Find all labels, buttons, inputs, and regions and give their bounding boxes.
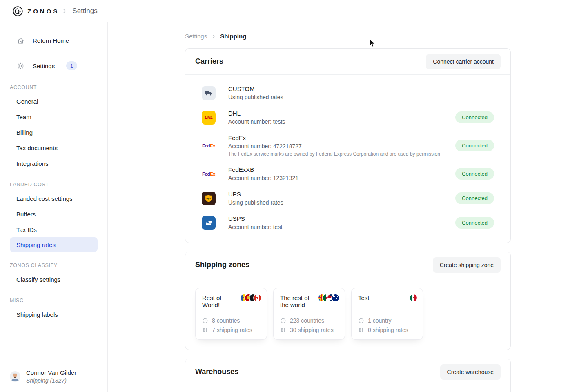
zonos-logo-icon: [12, 6, 23, 17]
sidebar-item-team[interactable]: Team: [0, 109, 107, 125]
zone-rates: 0 shipping rates: [368, 327, 408, 333]
zone-rates: 7 shipping rates: [212, 327, 252, 333]
carrier-row-usps[interactable]: USPS Account number: test Connected: [202, 215, 494, 230]
zone-title: Test: [358, 294, 390, 301]
user-role: Shipping (1327): [26, 377, 76, 384]
gear-icon: [16, 62, 24, 70]
sidebar: Return Home Settings 1 ACCOUNT General T…: [0, 22, 108, 392]
carrier-row-dhl[interactable]: DHL DHL Account number: tests Connected: [202, 110, 494, 125]
zone-rates: 30 shipping rates: [290, 327, 334, 333]
carrier-detail: Account number: 12321321: [228, 175, 455, 181]
status-badge: Connected: [455, 168, 494, 180]
ups-logo-icon: ups: [202, 192, 216, 205]
shipping-zones-card: Shipping zones Create shipping zone Rest…: [185, 252, 511, 350]
sidebar-item-shipping-labels[interactable]: Shipping labels: [0, 307, 107, 322]
zone-flags: [243, 294, 261, 301]
flag-icon: [410, 294, 417, 301]
chevron-right-icon: [211, 34, 216, 39]
flag-icon: [332, 294, 339, 301]
breadcrumb: Settings Shipping: [185, 33, 511, 40]
sidebar-item-label: Return Home: [33, 37, 69, 44]
carriers-card: Carriers Connect carrier account: [185, 48, 511, 243]
carrier-detail: Account number: test: [228, 224, 455, 230]
topbar-breadcrumb: Settings: [72, 7, 97, 15]
rates-grid-icon: [202, 328, 208, 332]
user-profile[interactable]: Connor Van Gilder Shipping (1327): [0, 361, 107, 392]
sidebar-section-zonos-classify: ZONOS CLASSIFY: [0, 263, 107, 268]
svg-text:ups: ups: [206, 197, 211, 200]
warehouses-title: Warehouses: [195, 368, 238, 376]
create-shipping-zone-button[interactable]: Create shipping zone: [433, 257, 501, 273]
status-badge: Connected: [455, 217, 494, 229]
sidebar-section-account: ACCOUNT: [0, 85, 107, 90]
dhl-logo-icon: DHL: [202, 111, 216, 125]
settings-count-badge: 1: [66, 61, 77, 70]
sidebar-item-classify-settings[interactable]: Classify settings: [0, 272, 107, 287]
zone-flags: [321, 294, 339, 301]
topbar: ZONOS Settings: [0, 0, 588, 22]
carrier-detail: Account number: tests: [228, 118, 455, 125]
zone-countries: 223 countries: [290, 317, 324, 324]
carrier-name: FedExXB: [228, 166, 455, 173]
sidebar-section-misc: MISC: [0, 298, 107, 303]
status-badge: Connected: [455, 192, 494, 204]
carrier-row-custom[interactable]: CUSTOM Using published rates: [202, 85, 494, 100]
sidebar-item-billing[interactable]: Billing: [0, 125, 107, 140]
zone-card-rest-of-world[interactable]: Rest of World! 8 countries 7 shipping ra…: [195, 288, 267, 340]
zonos-logo[interactable]: ZONOS: [12, 6, 59, 17]
flag-icon: [254, 294, 261, 301]
breadcrumb-settings[interactable]: Settings: [185, 33, 207, 40]
fedex-trademark-note: The FedEx service marks are owned by Fed…: [228, 151, 455, 157]
shipping-zones-title: Shipping zones: [195, 261, 249, 269]
sidebar-item-label: Settings: [33, 62, 55, 69]
usps-logo-icon: [202, 216, 216, 230]
status-badge: Connected: [455, 111, 494, 123]
sidebar-item-settings[interactable]: Settings 1: [0, 58, 107, 74]
sidebar-item-landed-cost-settings[interactable]: Landed cost settings: [0, 191, 107, 206]
carrier-name: CUSTOM: [228, 85, 494, 92]
user-name: Connor Van Gilder: [26, 369, 76, 376]
fedex-logo-icon: FedEx: [202, 167, 216, 181]
carrier-name: FedEx: [228, 134, 455, 141]
breadcrumb-shipping: Shipping: [220, 33, 246, 40]
zone-title: The rest of the world: [280, 294, 312, 309]
sidebar-item-return-home[interactable]: Return Home: [0, 32, 107, 49]
connect-carrier-account-button[interactable]: Connect carrier account: [426, 54, 501, 69]
sidebar-section-landed-cost: LANDED COST: [0, 182, 107, 187]
carrier-detail: Using published rates: [228, 199, 455, 206]
brand-name: ZONOS: [27, 8, 59, 15]
sidebar-item-shipping-rates[interactable]: Shipping rates: [10, 237, 98, 252]
countries-icon: [358, 318, 364, 324]
zone-card-the-rest-of-the-world[interactable]: The rest of the world 223 countries 30 s…: [273, 288, 345, 340]
fedex-logo-icon: FedEx: [202, 139, 216, 153]
carrier-detail: Using published rates: [228, 94, 494, 100]
carrier-name: USPS: [228, 215, 455, 222]
zone-countries: 8 countries: [212, 317, 240, 324]
carrier-row-fedexxb[interactable]: FedEx FedExXB Account number: 12321321 C…: [202, 166, 494, 181]
zone-flags: [412, 294, 417, 301]
carrier-row-ups[interactable]: ups UPS Using published rates Connected: [202, 191, 494, 206]
zone-countries: 1 country: [368, 317, 392, 324]
sidebar-item-tax-documents[interactable]: Tax documents: [0, 140, 107, 156]
create-warehouse-button[interactable]: Create warehouse: [440, 364, 501, 380]
countries-icon: [202, 318, 208, 324]
main-content: Settings Shipping Carriers Connect carri…: [108, 22, 588, 392]
carrier-detail: Account number: 472218727: [228, 143, 455, 149]
rates-grid-icon: [280, 328, 286, 332]
countries-icon: [280, 318, 286, 324]
avatar: [10, 371, 20, 382]
carrier-row-fedex[interactable]: FedEx FedEx Account number: 472218727 Th…: [202, 134, 494, 157]
carrier-name: UPS: [228, 191, 455, 198]
sidebar-item-integrations[interactable]: Integrations: [0, 156, 107, 171]
sidebar-item-buffers[interactable]: Buffers: [0, 206, 107, 222]
zone-title: Rest of World!: [202, 294, 234, 309]
warehouses-card: Warehouses Create warehouse: [185, 359, 511, 392]
sidebar-item-general[interactable]: General: [0, 94, 107, 109]
carriers-title: Carriers: [195, 57, 223, 66]
carrier-name: DHL: [228, 110, 455, 117]
zone-card-test[interactable]: Test 1 country 0 shipping rates: [351, 288, 423, 340]
custom-carrier-truck-icon: [202, 86, 216, 100]
home-icon: [16, 37, 24, 45]
status-badge: Connected: [455, 140, 494, 151]
sidebar-item-tax-ids[interactable]: Tax IDs: [0, 222, 107, 237]
